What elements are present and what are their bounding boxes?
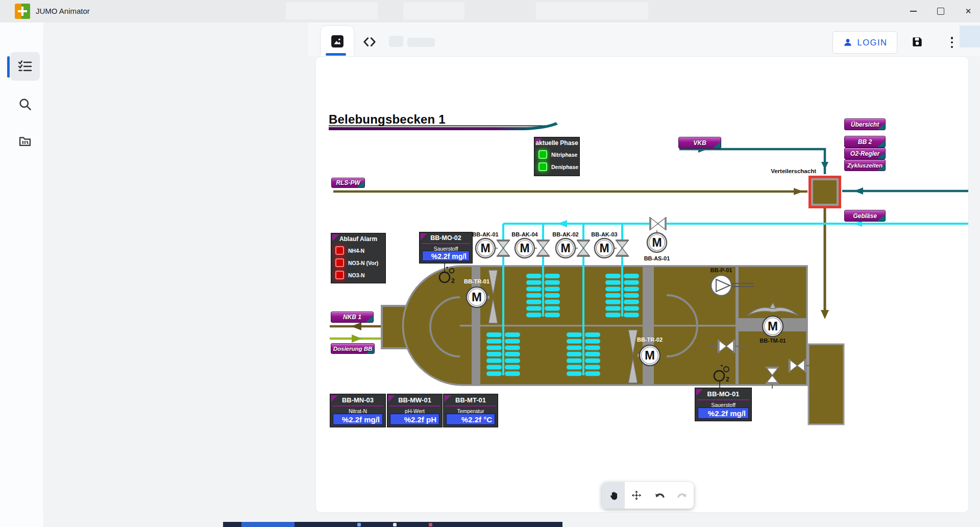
led-label: NO3-N [348, 272, 365, 278]
undo-button[interactable] [648, 482, 671, 509]
maximize-button[interactable] [930, 3, 951, 19]
display-bb-mt-01[interactable]: BB-MT-01 Temperatur %2.2f °C [443, 394, 498, 427]
nav-zykluszeiten-button[interactable]: Zykluszeiten [844, 159, 886, 171]
minimize-button[interactable] [903, 3, 923, 19]
search-icon [18, 97, 32, 111]
svg-text:BB-P-01: BB-P-01 [710, 267, 732, 273]
login-button[interactable]: LOGIN [832, 31, 897, 54]
move-tool-button[interactable] [625, 482, 648, 509]
titlebar-decor [536, 2, 648, 19]
titlebar-decor [403, 2, 464, 19]
value-field: %2.2f °C [446, 414, 495, 425]
svg-text:BB-TM-01: BB-TM-01 [760, 338, 786, 344]
library-icon [18, 134, 32, 148]
redo-icon [676, 489, 689, 501]
sidebar-item-elements[interactable] [10, 52, 40, 81]
background-dot [429, 523, 432, 526]
led-red [335, 271, 344, 279]
flow-arrow-right [794, 188, 803, 195]
nav-o2-regler-button[interactable]: O2-Regler [844, 148, 886, 159]
more-options-menu[interactable] [948, 36, 956, 49]
nav-dosierung-bb-button[interactable]: Dosierung BB [331, 343, 375, 354]
aktuelle-phase-panel[interactable]: aktuelle Phase Nitriphase Deniphase [534, 137, 580, 176]
active-tab-indicator [326, 53, 346, 56]
svg-text:BB-AK-03: BB-AK-03 [591, 231, 617, 237]
redo-button[interactable] [671, 482, 694, 509]
image-icon [331, 35, 344, 48]
tab-image-view[interactable] [321, 26, 354, 56]
led-label: NO3-N (Vor) [348, 260, 378, 266]
flow-arrow-down [821, 162, 828, 170]
led-label: Deniphase [551, 164, 578, 170]
led-label: Nitriphase [551, 152, 577, 158]
motor-bb-ak-04: M [515, 238, 534, 258]
pan-tool-button[interactable] [602, 482, 625, 509]
nav-bb2-button[interactable]: BB 2 [844, 136, 886, 148]
tab-code-view[interactable] [360, 35, 379, 49]
svg-text:BB-AK-04: BB-AK-04 [511, 231, 538, 237]
display-bb-mo-02[interactable]: BB-MO-02 Sauerstoff %2.2f mg/l [419, 232, 473, 264]
value-field: %2.2f mg/l [698, 408, 749, 419]
background-dot [357, 523, 361, 526]
nav-vkb-button[interactable]: VKB [678, 137, 721, 149]
background-window-strip [223, 522, 562, 527]
motor-bb-tr-01: M [467, 287, 487, 307]
hand-icon [608, 490, 619, 501]
titlebar-decor [286, 2, 378, 19]
value-field: %2.2f mg/l [333, 414, 383, 425]
left-icon-rail [0, 22, 43, 527]
motor-bb-tm-01: M [763, 316, 783, 337]
motor-bb-ak-02: M [556, 238, 575, 258]
panel-title: Ablauf Alarm [331, 233, 385, 243]
flow-arrow-down [821, 310, 829, 319]
undo-icon [653, 489, 666, 501]
page-title: Belebungsbecken 1 [329, 112, 446, 127]
nav-nkb1-button[interactable]: NKB 1 [331, 312, 374, 323]
nav-rls-pw-button[interactable]: RLS-PW [331, 178, 365, 188]
app-logo-icon [15, 4, 30, 19]
panel-title: aktuelle Phase [534, 137, 579, 147]
svg-text:M: M [768, 319, 778, 333]
background-window-tab [241, 522, 295, 527]
verteilerschacht-selected[interactable] [808, 176, 841, 208]
svg-text:M: M [472, 290, 482, 304]
svg-text:M: M [645, 348, 655, 362]
close-button[interactable]: ✕ [958, 3, 978, 19]
active-indicator [7, 56, 10, 78]
code-icon [361, 35, 378, 49]
display-bb-mo-01[interactable]: BB-MO-01 Sauerstoff %2.2f mg/l [695, 388, 752, 421]
canvas-toolbar [602, 482, 694, 509]
svg-text:M: M [599, 242, 609, 255]
tank-divider [460, 325, 736, 327]
background-window-peek [960, 26, 980, 47]
svg-text:BB-AK-02: BB-AK-02 [552, 231, 578, 237]
flow-arrow-right [352, 334, 362, 343]
value-field: %2.2f mg/l [422, 251, 470, 261]
flow-arrow-left [351, 322, 361, 330]
flow-arrow-left [557, 220, 567, 227]
led-green [538, 150, 547, 159]
motor-bb-tr-02: M [640, 345, 660, 366]
motor-bb-ak-01: M [476, 238, 495, 258]
display-bb-mn-03[interactable]: BB-MN-03 Nitrat-N %2.2f mg/l [330, 394, 386, 427]
outlet-basin[interactable] [808, 344, 844, 424]
valve-air-main[interactable] [649, 217, 667, 230]
nav-geblaese-button[interactable]: Gebläse [844, 210, 886, 222]
svg-text:2: 2 [451, 277, 455, 284]
motor-bb-ak-03: M [595, 238, 614, 258]
move-icon [631, 490, 642, 501]
sidebar-item-search[interactable] [10, 90, 40, 118]
scada-canvas[interactable]: 2 2 M M M M M [315, 56, 969, 513]
login-label: LOGIN [857, 38, 888, 47]
nav-uebersicht-button[interactable]: Übersicht [844, 118, 886, 130]
window-titlebar: JUMO Animator ✕ [0, 0, 980, 23]
save-icon[interactable] [911, 35, 924, 49]
sidebar-item-library[interactable] [10, 127, 40, 155]
value-field: %2.2f pH [390, 414, 439, 425]
svg-text:BB-TR-02: BB-TR-02 [637, 337, 663, 343]
main-area: LOGIN [43, 22, 980, 527]
disabled-tool-icon [407, 38, 435, 47]
ablauf-alarm-panel[interactable]: Ablauf Alarm NH4-N NO3-N (Vor) NO3-N [331, 233, 386, 283]
led-red [335, 246, 344, 255]
display-bb-mw-01[interactable]: BB-MW-01 pH-Wert %2.2f pH [387, 394, 443, 427]
